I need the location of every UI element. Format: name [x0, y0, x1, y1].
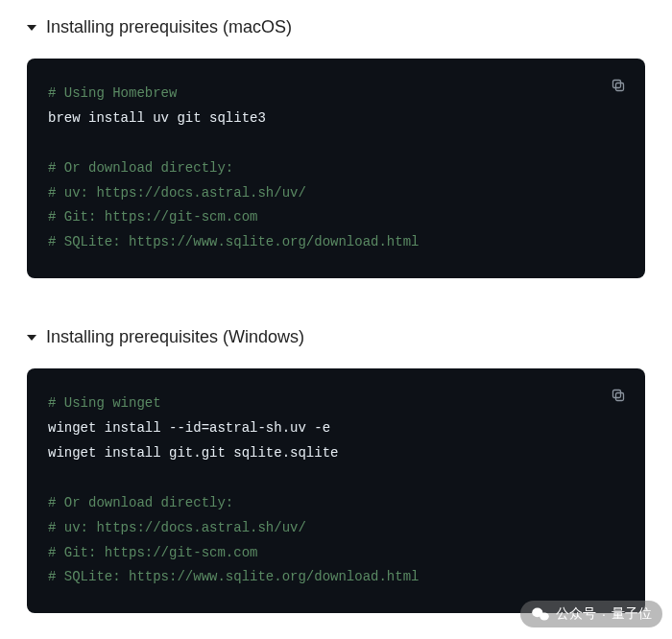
svg-rect-3 [613, 390, 621, 398]
watermark-separator: · [602, 606, 606, 622]
copy-icon [611, 78, 626, 93]
section-title: Installing prerequisites (Windows) [46, 327, 304, 347]
code-line: # uv: https://docs.astral.sh/uv/ [48, 181, 624, 206]
section-macos: Installing prerequisites (macOS) # Using… [0, 0, 672, 301]
code-block-windows: # Using winget winget install --id=astra… [27, 368, 645, 613]
wechat-icon [531, 606, 550, 622]
svg-rect-1 [613, 81, 621, 88]
svg-rect-0 [616, 83, 624, 91]
section-header-macos[interactable]: Installing prerequisites (macOS) [27, 17, 645, 37]
section-windows: Installing prerequisites (Windows) # Usi… [0, 310, 672, 636]
code-line: # Or download directly: [48, 156, 624, 181]
code-line: # Using Homebrew [48, 82, 624, 106]
code-line: # SQLite: https://www.sqlite.org/downloa… [48, 230, 624, 255]
watermark-badge: 公众号 · 量子位 [520, 601, 662, 627]
svg-rect-2 [616, 393, 624, 401]
code-blank-line [48, 466, 624, 491]
caret-down-icon [27, 25, 36, 31]
code-line: # Or download directly: [48, 491, 624, 516]
code-line: winget install --id=astral-sh.uv -e [48, 416, 624, 441]
code-line: # uv: https://docs.astral.sh/uv/ [48, 516, 624, 541]
svg-point-5 [540, 612, 549, 620]
watermark-source: 公众号 [556, 605, 596, 623]
section-header-windows[interactable]: Installing prerequisites (Windows) [27, 327, 645, 347]
caret-down-icon [27, 335, 36, 341]
code-line: # Git: https://git-scm.com [48, 205, 624, 230]
copy-button[interactable] [605, 72, 632, 99]
code-line: # SQLite: https://www.sqlite.org/downloa… [48, 565, 624, 590]
section-divider [0, 305, 672, 306]
code-blank-line [48, 131, 624, 156]
code-line: # Git: https://git-scm.com [48, 541, 624, 566]
code-block-macos: # Using Homebrew brew install uv git sql… [27, 59, 645, 278]
code-line: brew install uv git sqlite3 [48, 106, 624, 131]
section-title: Installing prerequisites (macOS) [46, 17, 292, 37]
copy-button[interactable] [605, 382, 632, 409]
code-line: winget install git.git sqlite.sqlite [48, 441, 624, 466]
watermark-account: 量子位 [612, 605, 652, 623]
code-line: # Using winget [48, 391, 624, 416]
copy-icon [611, 388, 626, 403]
